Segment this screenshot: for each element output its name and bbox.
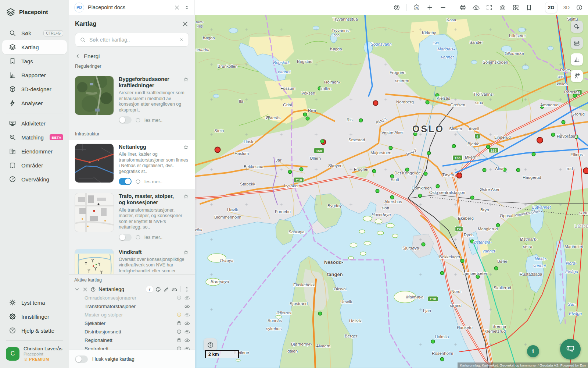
transformer-marker-green[interactable] [483, 168, 486, 172]
transformer-marker-green[interactable] [562, 120, 565, 124]
substation-marker-red[interactable] [583, 168, 588, 174]
sidebar-item-hjelp-st-tte[interactable]: Hjelp & støtte [2, 323, 67, 337]
transformer-marker-green[interactable] [532, 152, 535, 156]
transformer-marker-green[interactable] [376, 189, 379, 193]
travel-time-button[interactable] [571, 70, 583, 82]
sidebar-item-lyst-tema[interactable]: Lyst tema [2, 296, 67, 309]
layer-card-vindkraft[interactable]: Vindkraft Oversikt over konsesjonsplikti… [69, 245, 195, 274]
sidebar-item-innstillinger[interactable]: Innstillinger [2, 309, 67, 323]
transformer-marker-green[interactable] [320, 139, 324, 143]
transformer-marker-green[interactable] [300, 167, 303, 171]
sublayer-row-sj-kabler[interactable]: Sjøkabler [74, 319, 190, 328]
topographic-map[interactable]: 1501501634E18E18E6E6 TryvannsstuaTryvann… [195, 15, 588, 368]
close-panel-icon[interactable] [182, 20, 189, 28]
substation-marker-red[interactable] [373, 101, 378, 106]
star-icon[interactable] [183, 194, 189, 199]
info-button[interactable]: i [527, 345, 539, 357]
layer-search-input[interactable] [89, 37, 176, 43]
eye-icon[interactable] [184, 329, 190, 335]
transformer-marker-green[interactable] [440, 271, 444, 275]
sublayer-row-regionalnett[interactable]: Regionalnett [74, 336, 190, 344]
layer-card-byggeforbudssoner-kraftledninger[interactable]: Byggeforbudssoner kraftledninger Arealer… [69, 72, 195, 128]
transformer-marker-green[interactable] [426, 100, 429, 104]
sidebar-item-kartlag[interactable]: Kartlag [2, 40, 67, 54]
close-icon[interactable] [174, 4, 180, 11]
transformer-marker-green[interactable] [303, 113, 307, 116]
chevron-down-icon[interactable] [74, 287, 80, 292]
transformer-marker-green[interactable] [318, 312, 322, 315]
sidebar-item-eiendommer[interactable]: Eiendommer [2, 144, 67, 158]
transformer-marker-green[interactable] [359, 118, 363, 122]
eye-off-icon[interactable] [184, 295, 190, 301]
eye-icon[interactable] [184, 304, 190, 309]
compass-north-icon[interactable]: N [413, 4, 420, 11]
transformer-marker-green[interactable] [372, 169, 376, 173]
read-more-link[interactable]: les mer.. [144, 234, 162, 240]
transformer-marker-green[interactable] [573, 94, 577, 98]
transformer-marker-green[interactable] [431, 340, 435, 343]
transformer-marker-green[interactable] [460, 259, 464, 263]
eye-icon[interactable] [473, 4, 480, 11]
eye-icon[interactable] [184, 321, 190, 326]
chat-button[interactable] [560, 339, 581, 360]
camera-icon[interactable] [499, 4, 506, 11]
transformer-marker-green[interactable] [436, 184, 440, 188]
eye-icon[interactable] [172, 287, 177, 292]
label-toggle-icon[interactable] [176, 295, 182, 301]
breadcrumb-back[interactable]: Energi [75, 53, 189, 59]
star-icon[interactable] [183, 144, 189, 150]
reorder-icon[interactable] [184, 287, 190, 292]
layer-toggle[interactable] [119, 116, 132, 124]
star-icon[interactable] [183, 250, 189, 255]
transformer-marker-green[interactable] [390, 195, 394, 199]
info-icon[interactable] [135, 117, 141, 123]
layer-toggle[interactable] [119, 178, 132, 185]
qr-grid-icon[interactable] [512, 4, 519, 11]
transformer-marker-green[interactable] [288, 170, 292, 174]
substation-marker-red[interactable] [457, 173, 462, 178]
sidebar-item-s-k[interactable]: Søk CTRL+G [2, 26, 67, 40]
transformer-marker-green[interactable] [516, 168, 520, 172]
app-logo[interactable]: Placepoint [0, 0, 69, 22]
star-icon[interactable] [183, 77, 189, 82]
transformer-marker-green[interactable] [427, 151, 431, 155]
mode-3d-button[interactable]: 3D [563, 5, 570, 10]
transformer-marker-green[interactable] [440, 357, 444, 361]
transformer-marker-green[interactable] [389, 146, 392, 150]
sidebar-item-matching[interactable]: Matching BETA [2, 130, 67, 144]
transformer-marker-green[interactable] [470, 196, 474, 199]
clear-search-icon[interactable] [179, 37, 184, 42]
label-toggle-icon[interactable] [176, 321, 182, 326]
mode-2d-button[interactable]: 2D [545, 2, 557, 13]
remember-layers-toggle[interactable] [75, 355, 88, 363]
palette-icon[interactable] [155, 287, 161, 292]
zoom-out-icon[interactable] [440, 4, 447, 11]
sidebar-item-omr-der[interactable]: Områder [2, 158, 67, 172]
eye-icon[interactable] [184, 312, 190, 318]
layer-card-nettanlegg[interactable]: Nettanlegg Alle liner, kabler og transfo… [69, 140, 195, 189]
measure-button[interactable] [571, 37, 583, 49]
map-help-button[interactable] [204, 338, 217, 351]
label-toggle-icon[interactable] [176, 337, 182, 343]
substation-marker-red[interactable] [215, 147, 220, 153]
eye-icon[interactable] [184, 337, 190, 343]
remove-layer-icon[interactable] [82, 287, 88, 292]
transformer-marker-green[interactable] [494, 266, 498, 270]
transformer-marker-green[interactable] [422, 243, 425, 246]
transformer-marker-green[interactable] [551, 133, 555, 137]
layer-info-icon[interactable] [90, 287, 96, 292]
fullscreen-icon[interactable] [486, 4, 493, 11]
sublayer-row-omradekonsesjonaerer[interactable]: Omradekonsesjonaerer [74, 294, 190, 302]
sort-icon[interactable] [184, 4, 190, 11]
substation-marker-red[interactable] [537, 137, 543, 143]
bookmark-icon[interactable] [526, 4, 533, 11]
zoom-in-icon[interactable] [426, 4, 433, 11]
transformer-marker-green[interactable] [306, 117, 309, 120]
sidebar-item-tags[interactable]: Tags [2, 54, 67, 68]
transformer-marker-green[interactable] [418, 194, 422, 198]
select-on-map-button[interactable] [571, 21, 583, 33]
location-seal-icon[interactable] [393, 4, 400, 11]
transformer-marker-green[interactable] [452, 144, 456, 148]
user-profile[interactable]: C Christian Løverås Placepoint PREMIUM [0, 342, 69, 365]
read-more-link[interactable]: les mer.. [144, 117, 162, 123]
